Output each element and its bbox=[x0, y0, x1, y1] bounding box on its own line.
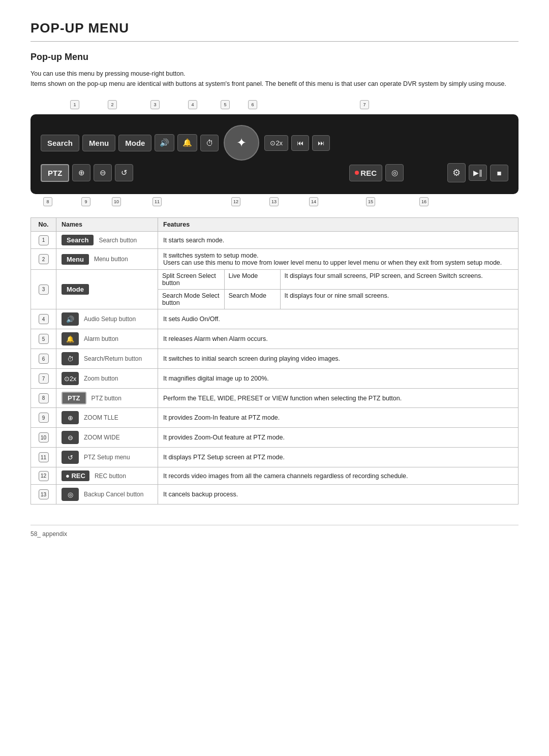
rec-label: ● REC bbox=[62, 470, 89, 481]
table-row: 13 ◎ Backup Cancel button It cancels bac… bbox=[31, 485, 518, 505]
row-names-11: ↺ PTZ Setup menu bbox=[56, 448, 158, 467]
panel-ptz-btn[interactable]: PTZ bbox=[41, 164, 69, 182]
row-features-13: It cancels backup process. bbox=[158, 485, 518, 505]
panel-search-btn[interactable]: Search bbox=[41, 135, 79, 151]
zoom2x-icon: ⊙2x bbox=[62, 372, 79, 385]
row-names-12: ● REC REC button bbox=[56, 467, 158, 485]
row-features-3: Split Screen Select button Live Mode It … bbox=[158, 270, 518, 309]
panel-backup-btn[interactable]: ◎ bbox=[385, 164, 404, 181]
panel-alarm-btn[interactable]: 🔔 bbox=[177, 134, 197, 151]
row-names-13: ◎ Backup Cancel button bbox=[56, 485, 158, 505]
row-no-11: 11 bbox=[31, 448, 56, 467]
row-features-8: Perform the TELE, WIDE, PRESET or VIEW f… bbox=[158, 389, 518, 408]
row-no-9: 9 bbox=[31, 408, 56, 428]
search-mode-select-label: Search Mode Select button bbox=[158, 290, 224, 309]
live-mode-label: Live Mode bbox=[224, 270, 280, 290]
mode-sub-table: Split Screen Select button Live Mode It … bbox=[158, 270, 518, 309]
section-title: Pop-up Menu bbox=[30, 52, 518, 62]
row-no-12: 12 bbox=[31, 467, 56, 485]
row-names-8: PTZ PTZ button bbox=[56, 389, 158, 408]
table-row: 8 PTZ PTZ button Perform the TELE, WIDE,… bbox=[31, 389, 518, 408]
row-names-3: Mode bbox=[56, 270, 158, 309]
zoom-tlle-sub-name: ZOOM TLLE bbox=[84, 414, 118, 421]
panel-zoom-out-btn[interactable]: ⊖ bbox=[94, 164, 112, 181]
row-no-13: 13 bbox=[31, 485, 56, 505]
row-features-11: It displays PTZ Setup screen at PTZ mode… bbox=[158, 448, 518, 467]
panel-num-1: 1 bbox=[70, 100, 79, 109]
row-no-7: 7 bbox=[31, 369, 56, 389]
alarm-sub-name: Alarm button bbox=[84, 335, 118, 342]
search-mode-label: Search Mode bbox=[224, 290, 280, 309]
search-mode-desc: It displays four or nine small screens. bbox=[280, 290, 518, 309]
panel-settings-btn[interactable]: ⚙ bbox=[447, 163, 466, 182]
panel-rewind-btn[interactable]: ⏮ bbox=[291, 135, 309, 151]
page-title: POP-UP MENU bbox=[30, 20, 518, 42]
panel-ptz-setup-btn[interactable]: ↺ bbox=[115, 164, 133, 181]
row-names-4: 🔊 Audio Setup button bbox=[56, 309, 158, 329]
search-label: Search bbox=[62, 235, 94, 245]
row-features-5: It releases Alarm when Alarm occurs. bbox=[158, 329, 518, 349]
row-names-10: ⊖ ZOOM WIDE bbox=[56, 428, 158, 448]
sub-table-row: Split Screen Select button Live Mode It … bbox=[158, 270, 518, 290]
table-row: 9 ⊕ ZOOM TLLE It provides Zoom-In featur… bbox=[31, 408, 518, 428]
row-features-10: It provides Zoom-Out feature at PTZ mode… bbox=[158, 428, 518, 448]
panel-rec-btn[interactable]: REC bbox=[349, 165, 382, 181]
panel-stop-btn[interactable]: ■ bbox=[490, 165, 508, 181]
panel-nav-circle[interactable]: ✦ bbox=[224, 125, 259, 161]
table-row: 2 Menu Menu button It switches system to… bbox=[31, 249, 518, 270]
search-return-icon: ⏱ bbox=[62, 352, 79, 365]
table-row: 5 🔔 Alarm button It releases Alarm when … bbox=[31, 329, 518, 349]
backup-cancel-icon: ◎ bbox=[62, 488, 79, 501]
table-header-names: Names bbox=[56, 218, 158, 232]
panel-num-16: 16 bbox=[419, 197, 429, 206]
panel-num-6: 6 bbox=[248, 100, 257, 109]
panel-fforward-btn[interactable]: ⏭ bbox=[312, 135, 330, 151]
row-no-1: 1 bbox=[31, 232, 56, 249]
panel-num-13: 13 bbox=[269, 197, 279, 206]
sub-table-row: Search Mode Select button Search Mode It… bbox=[158, 290, 518, 309]
panel-num-8: 8 bbox=[43, 197, 52, 206]
panel-num-12: 12 bbox=[231, 197, 240, 206]
intro-line-1: You can use this menu by pressing mouse-… bbox=[30, 69, 518, 79]
panel-num-4: 4 bbox=[188, 100, 197, 109]
panel-search-return-btn[interactable]: ⏱ bbox=[200, 135, 219, 151]
panel-audio-btn[interactable]: 🔊 bbox=[155, 134, 174, 151]
panel-zoom-in-btn[interactable]: ⊕ bbox=[72, 164, 90, 181]
panel-zoom-btn[interactable]: ⊙2x bbox=[264, 135, 288, 151]
row-no-10: 10 bbox=[31, 428, 56, 448]
panel-illustration: Search Menu Mode 🔊 🔔 ⏱ ✦ ⊙2x ⏮ ⏭ PTZ ⊕ ⊖… bbox=[30, 114, 518, 194]
row-names-9: ⊕ ZOOM TLLE bbox=[56, 408, 158, 428]
row-names-1: Search Search button bbox=[56, 232, 158, 249]
audio-icon: 🔊 bbox=[62, 312, 79, 326]
panel-num-14: 14 bbox=[309, 197, 318, 206]
intro-text: You can use this menu by pressing mouse-… bbox=[30, 69, 518, 89]
menu-label: Menu bbox=[62, 254, 89, 265]
live-mode-desc: It displays four small screens, PIP scre… bbox=[280, 270, 518, 290]
table-row: 7 ⊙2x Zoom button It magnifies digital i… bbox=[31, 369, 518, 389]
features-table: No. Names Features 1 Search Search butto… bbox=[30, 217, 518, 505]
row-features-2: It switches system to setup mode.Users c… bbox=[158, 249, 518, 270]
table-header-features: Features bbox=[158, 218, 518, 232]
panel-num-7: 7 bbox=[360, 100, 369, 109]
panel-num-5: 5 bbox=[221, 100, 230, 109]
row-names-2: Menu Menu button bbox=[56, 249, 158, 270]
panel-mode-btn[interactable]: Mode bbox=[118, 135, 151, 151]
panel-skip-btn[interactable]: ▶‖ bbox=[469, 165, 487, 181]
row-features-7: It magnifies digital image up to 200%. bbox=[158, 369, 518, 389]
ptz-label: PTZ bbox=[62, 392, 86, 404]
table-row: 10 ⊖ ZOOM WIDE It provides Zoom-Out feat… bbox=[31, 428, 518, 448]
row-names-5: 🔔 Alarm button bbox=[56, 329, 158, 349]
table-row: 4 🔊 Audio Setup button It sets Audio On/… bbox=[31, 309, 518, 329]
table-row: 11 ↺ PTZ Setup menu It displays PTZ Setu… bbox=[31, 448, 518, 467]
row-no-6: 6 bbox=[31, 349, 56, 369]
row-no-4: 4 bbox=[31, 309, 56, 329]
table-row: 6 ⏱ Search/Return button It switches to … bbox=[31, 349, 518, 369]
menu-sub-name: Menu button bbox=[94, 256, 128, 263]
split-screen-label: Split Screen Select button bbox=[158, 270, 224, 290]
footer: 58_ appendix bbox=[30, 525, 518, 538]
backup-cancel-sub-name: Backup Cancel button bbox=[84, 491, 143, 498]
mode-label: Mode bbox=[62, 284, 89, 295]
zoom-wide-sub-name: ZOOM WIDE bbox=[84, 434, 120, 441]
panel-menu-btn[interactable]: Menu bbox=[82, 135, 115, 151]
search-return-sub-name: Search/Return button bbox=[84, 355, 142, 362]
